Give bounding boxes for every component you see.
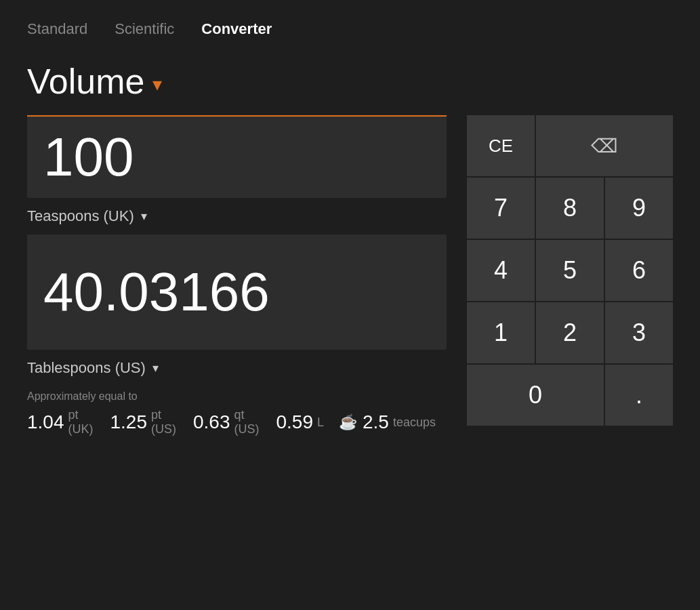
key-5[interactable]: 5 — [536, 240, 604, 301]
key-1[interactable]: 1 — [467, 302, 535, 363]
input-unit-selector[interactable]: Teaspoons (UK) ▾ — [27, 207, 447, 225]
key-backspace[interactable]: ⌫ — [536, 115, 673, 176]
key-7[interactable]: 7 — [467, 178, 535, 239]
approx-val-0: 1.04 — [27, 411, 64, 433]
approx-val-1: 1.25 — [110, 411, 148, 433]
approx-unit-2: qt (US) — [234, 408, 262, 436]
key-0[interactable]: 0 — [467, 365, 604, 426]
key-decimal[interactable]: . — [605, 365, 673, 426]
teacup-icon: ☕ — [339, 413, 357, 431]
backspace-icon: ⌫ — [591, 135, 618, 157]
key-ce[interactable]: CE — [467, 115, 535, 176]
key-6[interactable]: 6 — [605, 240, 673, 301]
result-unit-selector[interactable]: Tablespoons (US) ▾ — [27, 359, 447, 377]
result-unit-label: Tablespoons (US) — [27, 359, 146, 377]
left-panel: 100 Teaspoons (UK) ▾ 40.03166 Tablespoon… — [27, 115, 447, 436]
approx-val-3: 0.59 — [276, 411, 314, 433]
approx-unit-0: pt (UK) — [68, 408, 96, 436]
key-4[interactable]: 4 — [467, 240, 535, 301]
tab-standard[interactable]: Standard — [27, 20, 87, 41]
keypad: CE ⌫ 7 8 9 4 5 6 1 2 3 0 . — [467, 115, 673, 426]
tab-scientific[interactable]: Scientific — [115, 20, 174, 41]
nav-tabs: Standard Scientific Converter — [27, 20, 673, 41]
approx-val-2: 0.63 — [193, 411, 230, 433]
key-3[interactable]: 3 — [605, 302, 673, 363]
approx-val-4: 2.5 — [363, 411, 389, 433]
key-2[interactable]: 2 — [536, 302, 604, 363]
key-8[interactable]: 8 — [536, 178, 604, 239]
result-display: 40.03166 — [27, 235, 447, 350]
category-dropdown-chevron[interactable]: ▾ — [152, 73, 162, 96]
approx-values: 1.04 pt (UK) 1.25 pt (US) 0.63 qt (US) 0… — [27, 408, 447, 436]
approx-label: Approximately equal to — [27, 390, 447, 403]
page-title: Volume — [27, 61, 144, 102]
main-layout: 100 Teaspoons (UK) ▾ 40.03166 Tablespoon… — [27, 115, 673, 436]
input-unit-chevron: ▾ — [141, 209, 147, 224]
result-unit-chevron: ▾ — [152, 361, 159, 375]
input-display: 100 — [27, 117, 447, 198]
approx-unit-4: teacups — [393, 415, 436, 430]
input-unit-label: Teaspoons (UK) — [27, 207, 134, 225]
approx-unit-3: L — [317, 415, 324, 430]
result-value: 40.03166 — [43, 265, 270, 319]
approx-section: Approximately equal to 1.04 pt (UK) 1.25… — [27, 390, 447, 436]
input-value: 100 — [43, 130, 133, 184]
page-title-row: Volume ▾ — [27, 61, 673, 102]
tab-converter[interactable]: Converter — [201, 20, 272, 41]
approx-unit-1: pt (US) — [151, 408, 178, 436]
app-container: Standard Scientific Converter Volume ▾ 1… — [0, 0, 700, 610]
key-9[interactable]: 9 — [605, 178, 673, 239]
